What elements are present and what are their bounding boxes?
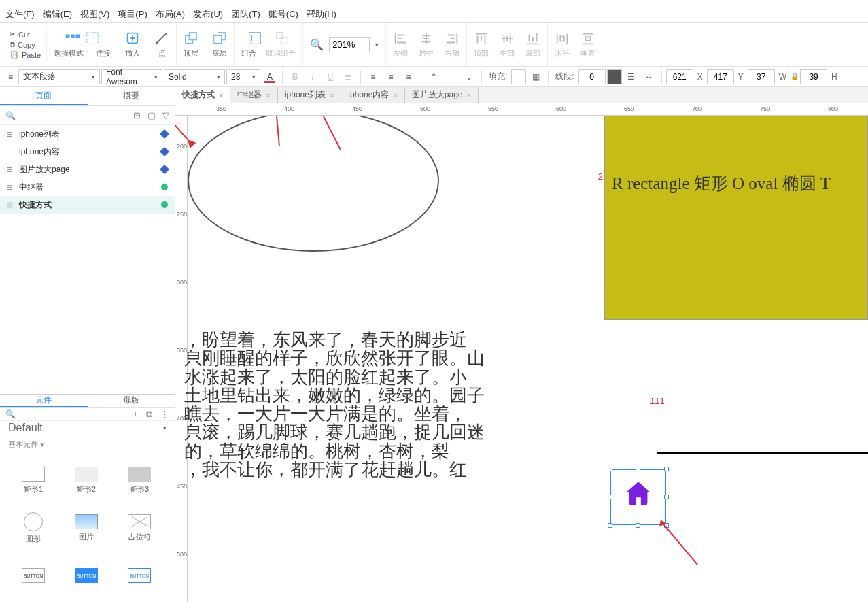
doc-tab[interactable]: iphone内容× <box>341 87 404 103</box>
menu-file[interactable]: 文件(F) <box>5 8 35 20</box>
copy-button[interactable]: ⧉Copy <box>10 40 41 49</box>
underline-button[interactable]: U <box>322 69 338 84</box>
widget-search-icon[interactable]: 🔍 <box>5 409 16 419</box>
line-color-swatch[interactable] <box>607 69 622 84</box>
chevron-down-icon[interactable]: ▾ <box>375 41 379 48</box>
widget-cell[interactable]: BUTTON <box>60 552 113 599</box>
font-size-combo[interactable]: 28▾ <box>226 69 260 84</box>
widget-section-label[interactable]: 基本元件 ▾ <box>0 435 175 454</box>
page-row[interactable]: ☰中继器 <box>0 178 175 196</box>
font-family-combo[interactable]: Font Awesom▾ <box>101 69 162 84</box>
filter-icon[interactable]: ▽ <box>162 110 169 120</box>
bullet-button[interactable]: ≣ <box>340 69 356 84</box>
close-icon[interactable]: × <box>330 91 334 99</box>
close-icon[interactable]: × <box>266 91 270 99</box>
insert-icon[interactable] <box>125 31 140 46</box>
valign-bot-icon[interactable]: ⌄ <box>461 69 477 84</box>
paste-button[interactable]: 📋Paste <box>10 50 41 59</box>
resize-handle[interactable] <box>664 467 669 471</box>
close-icon[interactable]: × <box>467 91 471 99</box>
bold-button[interactable]: B <box>287 69 303 84</box>
resize-handle[interactable] <box>664 495 669 499</box>
page-row[interactable]: ☰图片放大page <box>0 161 175 178</box>
doc-tab[interactable]: 快捷方式× <box>175 87 230 103</box>
valign-mid-icon[interactable]: = <box>443 69 459 84</box>
tab-pages[interactable]: 页面 <box>0 87 88 105</box>
horizontal-line-shape[interactable] <box>657 452 868 454</box>
doc-tab[interactable]: 中继器× <box>230 87 277 103</box>
folder-icon[interactable]: ▢ <box>147 110 156 120</box>
select-mode-icon[interactable] <box>65 31 80 46</box>
menu-team[interactable]: 团队(T) <box>231 8 260 20</box>
valign-top-icon[interactable]: ⌃ <box>426 69 442 84</box>
widget-cell[interactable]: 图片 <box>60 504 113 552</box>
line-width-input[interactable] <box>578 69 606 84</box>
widget-library-combo[interactable]: Default▾ <box>0 421 175 435</box>
prose-text[interactable]: ，盼望着，东风来了，春天的脚步近㒵刚睡醒的样子，欣欣然张开了眼。山 水涨起来了，… <box>184 331 490 479</box>
align-center-text-icon[interactable]: ≡ <box>383 69 399 84</box>
zoom-input[interactable] <box>329 37 370 52</box>
close-icon[interactable]: × <box>219 91 223 99</box>
align-left-text-icon[interactable]: ≡ <box>365 69 381 84</box>
size-h-input[interactable] <box>800 69 827 84</box>
point-icon[interactable] <box>154 31 169 46</box>
pos-x-input[interactable] <box>666 69 693 84</box>
resize-handle[interactable] <box>636 523 640 528</box>
widget-more-icon[interactable]: ⋮ <box>160 409 169 419</box>
fill-more-icon[interactable]: ▦ <box>527 69 544 84</box>
connect-icon[interactable] <box>85 31 100 46</box>
size-w-input[interactable] <box>748 69 775 84</box>
resize-handle[interactable] <box>608 495 612 499</box>
menu-edit[interactable]: 编辑(E) <box>43 8 72 20</box>
menu-layout[interactable]: 布局(A) <box>156 8 185 20</box>
doc-tab[interactable]: 图片放大page× <box>405 87 479 103</box>
font-weight-combo[interactable]: Solid▾ <box>164 69 225 84</box>
widget-cell[interactable]: 矩形1 <box>7 456 60 504</box>
add-page-icon[interactable]: ⊞ <box>133 110 141 120</box>
lock-icon[interactable]: 🔒 <box>791 73 799 80</box>
send-back-icon[interactable] <box>212 31 227 46</box>
resize-handle[interactable] <box>608 523 612 528</box>
widget-cell[interactable]: 圆形 <box>7 504 60 552</box>
menu-publish[interactable]: 发布(U) <box>193 8 223 20</box>
zoom-icon[interactable]: 🔍 <box>310 38 324 51</box>
widget-cell[interactable]: 占位符 <box>113 504 166 552</box>
add-widget-icon[interactable]: + <box>133 409 138 419</box>
page-row[interactable]: ☰iphone内容 <box>0 143 175 161</box>
fill-swatch[interactable] <box>511 69 526 84</box>
resize-handle[interactable] <box>636 467 640 471</box>
close-icon[interactable]: × <box>393 91 397 99</box>
menu-project[interactable]: 项目(P) <box>118 8 147 20</box>
menu-view[interactable]: 视图(V) <box>80 8 109 20</box>
resize-handle[interactable] <box>664 523 669 528</box>
arrow-style-icon[interactable]: ↔ <box>641 69 657 84</box>
yellow-rectangle[interactable]: R rectangle 矩形 O oval 椭圆 T <box>604 116 868 320</box>
widget-cell[interactable]: 矩形2 <box>60 456 113 504</box>
canvas-stage[interactable]: 2 R rectangle 矩形 O oval 椭圆 T ，盼望着，东风来了，春… <box>188 116 868 602</box>
line-style-icon[interactable]: ☰ <box>623 69 640 84</box>
search-icon[interactable]: 🔍 <box>5 111 16 120</box>
bring-front-icon[interactable] <box>184 31 198 46</box>
font-color-button[interactable]: A <box>262 69 278 84</box>
menu-account[interactable]: 账号(C) <box>268 8 298 20</box>
doc-tab[interactable]: iphone列表× <box>278 87 341 103</box>
widget-cell[interactable]: 矩形3 <box>113 456 166 504</box>
page-row[interactable]: ☰快捷方式 <box>0 196 175 214</box>
tab-outline[interactable]: 概要 <box>88 87 175 105</box>
page-row[interactable]: ☰iphone列表 <box>0 125 175 143</box>
ellipse-shape[interactable] <box>188 116 439 252</box>
widget-cell[interactable]: BUTTON <box>113 552 166 599</box>
resize-handle[interactable] <box>608 467 612 471</box>
align-right-text-icon[interactable]: ≡ <box>400 69 417 84</box>
tab-widgets[interactable]: 元件 <box>0 395 88 407</box>
widget-opts-icon[interactable]: ⧉ <box>146 409 152 420</box>
paragraph-style-combo[interactable]: 文本段落▾ <box>18 69 100 84</box>
selected-icon-widget[interactable] <box>610 469 666 525</box>
widget-cell[interactable]: BUTTON <box>7 552 60 599</box>
group-icon[interactable] <box>247 31 262 46</box>
pos-y-input[interactable] <box>707 69 734 84</box>
italic-button[interactable]: I <box>305 69 321 84</box>
menu-help[interactable]: 帮助(H) <box>307 8 336 20</box>
tab-masters[interactable]: 母版 <box>88 395 175 407</box>
cut-button[interactable]: ✂Cut <box>10 30 41 39</box>
